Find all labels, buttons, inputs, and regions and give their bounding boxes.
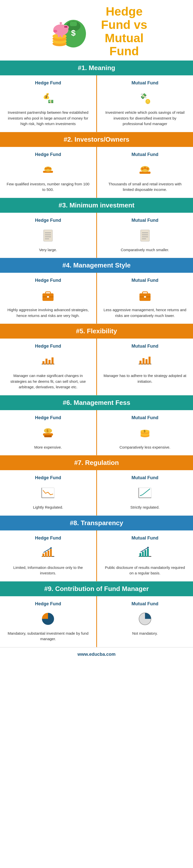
hedge-regulation: Hedge Fund Lightly Regulated. <box>0 470 97 516</box>
hedge-investors-icon <box>6 161 90 178</box>
hedge-meaning-label: Hedge Fund <box>6 81 90 86</box>
hedge-contribution: Hedge Fund Mandatory, substantial invest… <box>0 596 97 647</box>
minimum-row: Hedge Fund Very large. Mutual Fund <box>0 213 193 258</box>
svg-point-25 <box>49 167 51 169</box>
mutual-transparency-icon <box>103 544 187 562</box>
footer: www.educba.com <box>0 647 193 661</box>
hedge-regulation-text: Lightly Regulated. <box>6 504 90 510</box>
svg-rect-53 <box>52 358 54 365</box>
svg-point-9 <box>63 25 69 30</box>
hedge-minimum-text: Very large. <box>6 247 90 253</box>
mutual-flexibility: Mutual Fund Manager has to adhere to the… <box>97 339 193 395</box>
management-row: Hedge Fund Highly aggressive involving a… <box>0 273 193 324</box>
hedge-flexibility-text: Manager can make significant changes in … <box>6 373 90 390</box>
svg-rect-82 <box>142 552 144 557</box>
investors-row: Hedge Fund Few qualified investors, numb… <box>0 147 193 198</box>
mutual-meaning-text: Investment vehicle which pools savings o… <box>103 110 187 127</box>
svg-rect-76 <box>45 552 47 557</box>
svg-rect-14 <box>61 34 63 37</box>
svg-point-23 <box>45 167 47 169</box>
mutual-fees: Mutual Fund $ Comparatively less expensi… <box>97 410 193 456</box>
hedge-contribution-text: Mandatory, substantial investment made b… <box>6 631 90 642</box>
mutual-investors-text: Thousands of small and retail investors … <box>103 181 187 193</box>
section-management-style: #4. Management Style Hedge Fund Highly a… <box>0 258 193 324</box>
mutual-investors: Mutual Fund Thousands of small and retai… <box>97 147 193 198</box>
svg-rect-48 <box>144 296 146 298</box>
mutual-regulation-icon <box>103 484 187 502</box>
header: $ Hedge Fund vs Mutual Fund <box>0 0 193 61</box>
svg-point-12 <box>53 30 57 32</box>
svg-rect-62 <box>44 435 52 437</box>
svg-rect-42 <box>46 292 51 294</box>
mutual-meaning-icon: 💸 🪙 <box>103 89 187 107</box>
hedge-minimum-label: Hedge Fund <box>6 218 90 223</box>
svg-point-30 <box>146 167 149 170</box>
svg-rect-36 <box>140 230 149 241</box>
hedge-transparency-label: Hedge Fund <box>6 535 90 541</box>
meaning-row: Hedge Fund 💰 💵 Investment partnership be… <box>0 75 193 132</box>
section-mgmt-header: #4. Management Style <box>0 258 193 273</box>
mutual-management: Mutual Fund Less aggressive management, … <box>97 273 193 324</box>
mutual-fees-icon: $ <box>103 424 187 441</box>
mutual-meaning: Mutual Fund 💸 🪙 Investment vehicle which… <box>97 75 193 132</box>
mutual-transparency-text: Public disclosure of results mandatorily… <box>103 565 187 576</box>
hedge-investors: Hedge Fund Few qualified investors, numb… <box>0 147 97 198</box>
svg-text:$: $ <box>144 430 145 433</box>
flexibility-row: Hedge Fund Manager can make significant … <box>0 339 193 395</box>
section-flexibility: #5. Flexibility Hedge Fund Manager can m… <box>0 324 193 395</box>
svg-rect-56 <box>142 358 144 365</box>
svg-point-85 <box>147 547 149 548</box>
svg-rect-57 <box>145 359 147 365</box>
svg-text:💸: 💸 <box>140 93 147 99</box>
hedge-regulation-label: Hedge Fund <box>6 475 90 480</box>
section-regulation: #7. Regulation Hedge Fund Lightly Regula… <box>0 455 193 516</box>
contribution-row: Hedge Fund Mandatory, substantial invest… <box>0 596 193 647</box>
svg-rect-84 <box>147 549 149 557</box>
transparency-row: Hedge Fund Limited, Information disclosu… <box>0 530 193 582</box>
svg-rect-77 <box>48 551 49 557</box>
hedge-regulation-icon <box>6 484 90 502</box>
hedge-management: Hedge Fund Highly aggressive involving a… <box>0 273 97 324</box>
regulation-row: Hedge Fund Lightly Regulated. Mutual Fun… <box>0 470 193 516</box>
svg-point-29 <box>144 167 146 169</box>
svg-rect-81 <box>139 553 141 557</box>
mutual-flexibility-icon <box>103 352 187 370</box>
section-minimum-header: #3. Minimum investment <box>0 198 193 213</box>
mutual-regulation: Mutual Fund Strictly regulated. <box>97 470 193 516</box>
mutual-contribution-text: Not mandatory. <box>103 631 187 637</box>
svg-point-79 <box>50 547 52 549</box>
section-minimum: #3. Minimum investment Hedge Fund Very l… <box>0 198 193 258</box>
mutual-minimum-icon <box>103 226 187 244</box>
section-transparency: #8. Transparency Hedge Fund Limited, Inf… <box>0 516 193 582</box>
mutual-investors-label: Mutual Fund <box>103 152 187 157</box>
hedge-management-text: Highly aggressive involving advanced str… <box>6 307 90 318</box>
svg-rect-58 <box>148 356 150 365</box>
svg-rect-51 <box>46 359 48 365</box>
section-meaning: #1. Meaning Hedge Fund 💰 💵 Investment pa… <box>0 61 193 132</box>
hedge-management-icon <box>6 286 90 304</box>
svg-rect-83 <box>144 550 146 557</box>
section-reg-header: #7. Regulation <box>0 455 193 470</box>
hedge-management-label: Hedge Fund <box>6 278 90 283</box>
mutual-transparency: Mutual Fund Public disclosure of results… <box>97 530 193 582</box>
mutual-minimum-text: Comparatively much smaller. <box>103 247 187 253</box>
mutual-flexibility-text: Manager has to adhere to the strategy ad… <box>103 373 187 384</box>
hedge-meaning-icon: 💰 💵 <box>6 89 90 107</box>
mutual-fees-text: Comparatively less expensive. <box>103 444 187 450</box>
svg-rect-13 <box>58 34 60 37</box>
svg-rect-2 <box>70 22 77 26</box>
mutual-minimum-label: Mutual Fund <box>103 218 187 223</box>
svg-rect-75 <box>43 554 44 557</box>
mutual-minimum: Mutual Fund Comparatively much smaller. <box>97 213 193 258</box>
svg-text:$: $ <box>71 28 76 37</box>
svg-text:🪙: 🪙 <box>145 99 151 104</box>
hedge-flexibility-icon <box>6 352 90 370</box>
header-title: Hedge Fund vs Mutual Fund <box>101 5 147 58</box>
section-investors-header: #2. Investors/Owners <box>0 132 193 147</box>
hedge-meaning: Hedge Fund 💰 💵 Investment partnership be… <box>0 75 97 132</box>
mutual-fees-label: Mutual Fund <box>103 415 187 421</box>
mutual-regulation-label: Mutual Fund <box>103 475 187 480</box>
section-fees: #6. Management Fess Hedge Fund $ More ex… <box>0 395 193 456</box>
svg-point-24 <box>47 167 49 169</box>
svg-rect-46 <box>142 292 147 294</box>
